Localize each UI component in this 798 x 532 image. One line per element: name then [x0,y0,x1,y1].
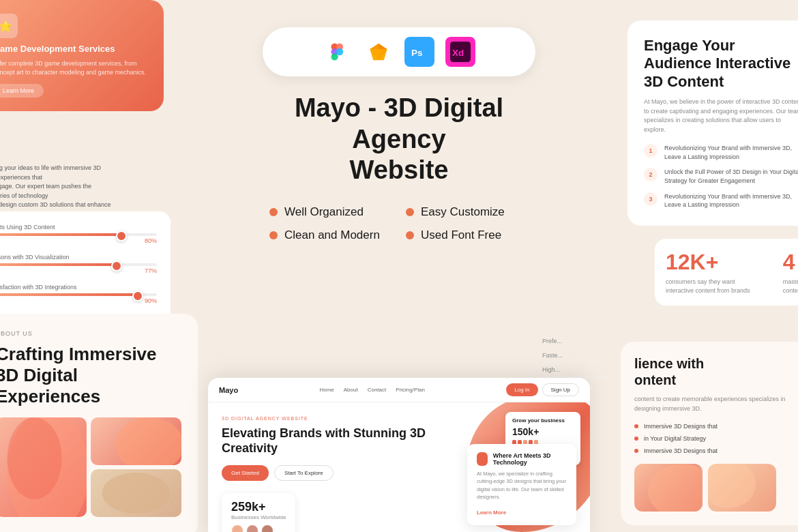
stat-bar-fill-1 [0,233,124,236]
signup-button[interactable]: Sign Up [542,383,579,396]
numbered-item-2: 2 Unlock the Full Power of 3D Design in … [644,168,798,185]
main-card: Ps Xd Mayo - 3D Digital Agency Website W… [242,14,556,263]
feature-easy-customize: Easy Customize [406,205,529,219]
about-images [0,417,181,521]
orange-box-2 [708,464,776,512]
hero-btns: Get Started Start To Explore [222,465,426,481]
get-started-button[interactable]: Get Started [222,465,269,481]
stat-bar-fill-2 [0,263,119,266]
numbered-item-1: 1 Revolutionizing Your Brand with Immers… [644,144,798,161]
stat-4-value: 4 [783,250,798,275]
feature-dot-r3 [634,449,638,453]
about-image-3 [91,469,181,517]
about-title: Crafting Immersive 3D Digital Experience… [0,344,181,408]
about-panel: ABOUT US Crafting Immersive 3D Digital E… [0,314,198,532]
about-tag: ABOUT US [0,330,181,337]
stat-bar-bg-3 [0,293,157,296]
right-feature-2: in Your Digital Strategy [634,435,798,442]
pref-2: Faste... [542,349,604,363]
svg-text:Ps: Ps [411,48,423,58]
nav-home: Home [319,387,334,393]
num-text-2: Unlock the Full Power of 3D Design in Yo… [664,168,798,185]
game-icon: ⭐ [0,14,18,38]
feature-dot [406,208,414,216]
features-grid: Well Organized Easy Customize Clean and … [263,205,535,242]
svg-point-4 [336,48,343,55]
stat-bar-fill-3 [0,293,141,296]
feature-dot-r2 [634,437,638,441]
right-top-panel: Engage Your Audience Interactive 3D Cont… [627,20,798,226]
pref-1: Prefe... [542,334,604,349]
num-text-1: Revolutionizing Your Brand with Immersiv… [664,144,798,161]
stat-4-label: master content [783,278,798,295]
figma-icon [323,37,353,67]
feature-dot-r1 [634,424,638,428]
svg-point-16 [102,473,171,514]
photoshop-icon: Ps [404,37,434,67]
right-top-title: Engage Your Audience Interactive 3D Cont… [644,37,798,91]
main-title: Mayo - 3D Digital Agency Website [263,93,535,186]
num-1: 1 [644,144,657,158]
stat-percent-1: 80% [0,237,157,244]
stats-panel: ents Using 3D Content 80% aisons with 3D… [0,211,171,326]
feature-text-r2: in Your Digital Strategy [644,435,706,442]
svg-point-15 [116,417,182,465]
avatar-1 [231,524,243,532]
game-dev-desc: Offer complete 3D game development servi… [0,59,150,76]
feature-text-r3: Immersive 3D Designs that [644,447,718,454]
stat-label-3: atisfaction with 3D Integrations [0,284,157,291]
feature-text-r1: Immersive 3D Designs that [644,423,718,430]
nav-about: About [344,387,358,393]
stat-12k: 12K+ consumers say they want interactive… [666,250,760,295]
feature-font-free: Used Font Free [406,228,529,242]
right-orange-boxes [634,464,798,512]
grow-title: Grow your business [512,417,574,424]
num-text-3: Revolutionizing Your Brand with Immersiv… [664,192,798,209]
stat-label-2: aisons with 3D Visualization [0,254,157,261]
pref-3: High... [542,363,604,377]
explore-button[interactable]: Start To Explore [274,465,334,481]
stat-4: 4 master content [783,250,798,295]
num-3: 3 [644,192,657,206]
stat-12k-label: consumers say they want interactive cont… [666,278,760,295]
game-dev-card: ⭐ Game Development Services Offer comple… [0,0,164,111]
feature-dot [269,208,278,216]
right-stats-panel: 12K+ consumers say they want interactive… [655,239,798,306]
login-button[interactable]: Log In [506,383,537,396]
preview-nav-links: Home About Contact Pricing/Plan [252,387,492,393]
right-content-panel: lience withontent content to create memo… [621,342,798,525]
feature-clean-modern: Clean and Modern [269,228,392,242]
stat-bar-bg-2 [0,263,157,266]
learn-more-button[interactable]: Learn More [0,84,44,98]
stat-12k-value: 12K+ [666,250,760,275]
stat-row-1: ents Using 3D Content 80% [0,224,157,244]
website-preview: Mayo Home About Contact Pricing/Plan Log… [208,378,590,532]
art-card-title: Where Art Meets 3D Technology [493,452,567,466]
about-image-1 [0,417,87,517]
svg-point-2 [331,53,338,60]
art-icon [477,452,488,466]
right-content-title: lience withontent [634,355,798,388]
preview-nav-btns: Log In Sign Up [506,383,579,396]
art-card-link[interactable]: Learn More [477,509,506,516]
numbered-items: 1 Revolutionizing Your Brand with Immers… [644,144,798,209]
preview-logo: Mayo [219,386,238,394]
orange-box-1 [634,464,703,512]
partial-text: we bring your ideas to life with immersi… [0,164,116,219]
counter-card: 259k+ Businesses Worldwide [222,493,295,532]
counter-label: Businesses Worldwide [231,514,286,520]
about-image-2 [91,417,181,465]
counter-value: 259k+ [231,500,286,514]
art-card-header: Where Art Meets 3D Technology [477,452,567,466]
game-dev-title: Game Development Services [0,44,150,54]
xd-icon: Xd [445,37,475,67]
svg-point-18 [708,464,756,508]
svg-text:Xd: Xd [452,48,464,58]
stat-row-2: aisons with 3D Visualization 77% [0,254,157,274]
feature-dot [269,231,278,239]
nav-pricing: Pricing/Plan [396,387,425,393]
right-feature-list: Immersive 3D Designs that in Your Digita… [634,423,798,454]
hero-tag: 3D DIGITAL AGENCY WEBSITE [222,416,426,421]
numbered-item-3: 3 Revolutionizing Your Brand with Immers… [644,192,798,209]
art-card-desc: At Mayo, we specialize in crafting cutti… [477,470,567,501]
